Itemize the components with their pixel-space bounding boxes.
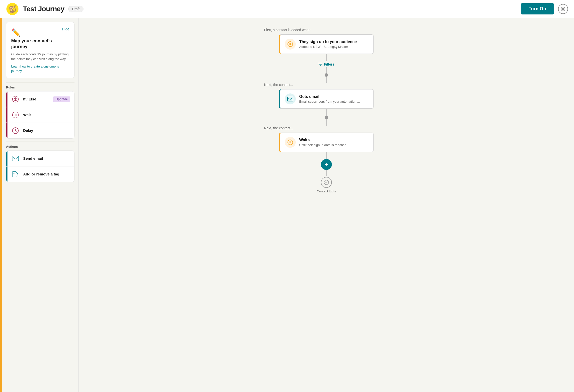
step2-label: Next, the contact... [264, 83, 293, 87]
journey-canvas: First, a contact is added when... They s… [79, 18, 574, 392]
node-wait-text: Waits Until their signup date is reached [299, 138, 346, 147]
rules-panel: If / Else Upgrade Wait [6, 91, 74, 139]
node-email-text: Gets email Email subscribers from your a… [299, 94, 360, 103]
header-right: Turn On [521, 3, 568, 14]
if-else-icon [11, 95, 20, 103]
svg-rect-20 [290, 141, 290, 143]
svg-text:🐒: 🐒 [8, 5, 17, 13]
node-signup[interactable]: They sign up to your audience Added to N… [279, 34, 374, 54]
node-email[interactable]: Gets email Email subscribers from your a… [279, 89, 374, 109]
add-step-button[interactable]: + [321, 159, 332, 170]
add-tag-label: Add or remove a tag [23, 172, 59, 176]
actions-section-label: Actions [6, 142, 74, 151]
info-card-icon-wrapper: ✏️ [11, 27, 21, 38]
node-email-icon [285, 93, 296, 104]
node-signup-text: They sign up to your audience Added to N… [299, 40, 357, 49]
status-badge: Draft [68, 6, 83, 12]
add-tag-accent-bar [6, 166, 7, 182]
exit-label: Contact Exits [317, 189, 336, 193]
connector-filters: Filters [318, 54, 334, 83]
node-email-subtitle: Email subscribers from your automation .… [299, 100, 360, 103]
if-else-label: If / Else [23, 97, 36, 101]
connector-2 [325, 109, 328, 126]
action-add-tag[interactable]: Add or remove a tag [6, 166, 74, 182]
vert-line-5 [326, 119, 327, 126]
svg-point-22 [324, 180, 329, 185]
send-email-accent-bar [6, 151, 7, 166]
header-left: 🐒 Test Journey Draft [6, 2, 83, 15]
header: 🐒 Test Journey Draft Turn On [0, 0, 574, 18]
node-email-title: Gets email [299, 94, 360, 99]
plus-icon: + [325, 161, 328, 168]
journey-flow: First, a contact is added when... They s… [264, 25, 389, 385]
sidebar: ✏️ Hide Map your contact's journey Guide… [2, 18, 79, 392]
delay-accent-bar [6, 123, 7, 138]
filters-label[interactable]: Filters [318, 61, 334, 67]
send-email-label: Send email [23, 156, 43, 160]
rule-delay[interactable]: Delay [6, 123, 74, 138]
rule-if-else[interactable]: If / Else Upgrade [6, 91, 74, 107]
close-icon [561, 7, 565, 11]
mailchimp-logo: 🐒 [6, 2, 19, 15]
vert-line-7 [326, 170, 327, 176]
left-accent-bar [0, 18, 2, 392]
checkmark-icon [324, 180, 329, 185]
node-signup-subtitle: Added to NEW - StrategiQ Master [299, 45, 357, 49]
rules-section-label: Rules [6, 82, 74, 91]
connector-3: + [321, 152, 332, 176]
vert-line-3 [326, 77, 327, 83]
delay-label: Delay [23, 128, 33, 133]
vert-line-1 [326, 54, 327, 61]
wait-label: Wait [23, 113, 31, 117]
send-email-icon [11, 154, 20, 163]
exit-node: Contact Exits [317, 177, 336, 193]
svg-rect-18 [287, 97, 293, 101]
exit-circle [321, 177, 332, 188]
svg-rect-11 [12, 156, 19, 161]
pencil-icon: ✏️ [11, 27, 21, 37]
step3-label: Next, the contact... [264, 126, 293, 130]
page-title: Test Journey [23, 5, 64, 13]
node-wait-icon [285, 137, 296, 148]
hide-link[interactable]: Hide [62, 27, 69, 31]
rule-wait[interactable]: Wait [6, 107, 74, 123]
wait-icon [11, 111, 20, 119]
upgrade-badge[interactable]: Upgrade [53, 96, 70, 102]
main-layout: ✏️ Hide Map your contact's journey Guide… [2, 18, 574, 392]
filter-icon [318, 63, 322, 66]
svg-rect-21 [290, 141, 291, 143]
learn-link[interactable]: Learn how to create a customer's journey [11, 65, 59, 73]
svg-rect-9 [16, 114, 16, 116]
svg-marker-14 [289, 43, 292, 45]
turn-on-button[interactable]: Turn On [521, 3, 554, 14]
vert-line-4 [326, 109, 327, 116]
svg-rect-8 [15, 114, 15, 116]
action-send-email[interactable]: Send email [6, 151, 74, 166]
wait-accent-bar [6, 107, 7, 123]
connector-dot-1 [325, 73, 328, 77]
step1-label: First, a contact is added when... [264, 28, 313, 32]
actions-panel: Send email Add or remove a tag [6, 151, 74, 182]
vert-line-6 [326, 152, 327, 159]
node-wait[interactable]: Waits Until their signup date is reached [279, 133, 374, 152]
svg-text:✏️: ✏️ [11, 28, 21, 37]
node-signup-title: They sign up to your audience [299, 40, 357, 44]
info-card: ✏️ Hide Map your contact's journey Guide… [6, 22, 74, 78]
node-wait-title: Waits [299, 138, 346, 142]
vert-line-2 [326, 67, 327, 73]
delay-icon [11, 126, 20, 135]
rule-accent-bar [6, 91, 7, 107]
info-card-header: ✏️ Hide [11, 27, 69, 38]
close-button[interactable] [558, 4, 568, 14]
node-signup-icon [285, 39, 296, 50]
node-wait-subtitle: Until their signup date is reached [299, 143, 346, 147]
svg-point-12 [13, 173, 14, 174]
info-card-description: Guide each contact's journey by plotting… [11, 52, 69, 62]
connector-dot-2 [325, 116, 328, 119]
info-card-title: Map your contact's journey [11, 38, 69, 50]
add-tag-icon [11, 170, 20, 178]
